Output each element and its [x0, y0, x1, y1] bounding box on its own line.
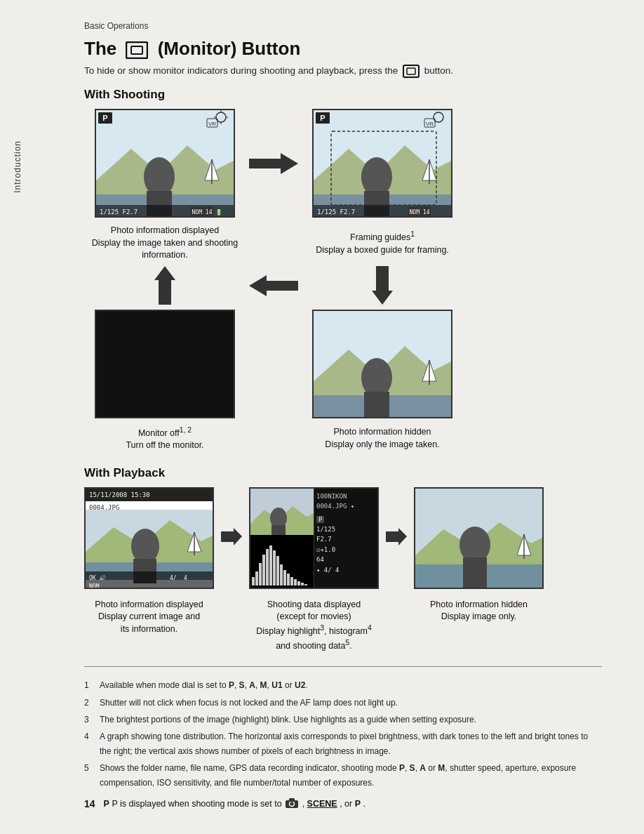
svg-rect-77 — [262, 555, 265, 585]
svg-marker-44 — [249, 275, 298, 296]
svg-rect-85 — [290, 577, 293, 585]
svg-text:NOM 14: NOM 14 — [410, 209, 430, 216]
pb-caption-mid: Shooting data displayed (except for movi… — [249, 599, 379, 652]
intro-paragraph: To hide or show monitor indicators durin… — [84, 64, 602, 78]
playback-heading: With Playback — [84, 466, 602, 480]
svg-text:4: 4 — [184, 575, 187, 581]
arrow-up — [154, 265, 175, 307]
footnote-1: 1 Available when mode dial is set to P, … — [84, 678, 602, 692]
bottom-note: 14 P P is displayed when shooting mode i… — [84, 798, 602, 810]
title-row: The (Monitor) Button — [84, 38, 602, 60]
sidebar-label: Introduction — [13, 140, 22, 193]
svg-marker-43 — [154, 266, 175, 305]
shooting-section: With Shooting — [84, 88, 602, 452]
playback-section: With Playback 15/11/2008 15:30 0004.JPG — [84, 466, 602, 652]
cam-bottom-right — [312, 310, 452, 418]
camera-icon — [286, 798, 298, 810]
svg-text:VR: VR — [426, 121, 434, 127]
arrow-left-mid — [249, 265, 298, 307]
svg-rect-2 — [403, 65, 419, 77]
svg-text:1/125  F2.7: 1/125 F2.7 — [100, 208, 137, 216]
svg-rect-95 — [463, 557, 487, 589]
pb-cam-right — [414, 487, 544, 589]
svg-rect-89 — [304, 584, 307, 585]
svg-text:NOM 14: NOM 14 — [192, 209, 213, 216]
svg-rect-81 — [276, 556, 279, 585]
svg-point-7 — [144, 157, 175, 197]
svg-marker-68 — [221, 528, 242, 545]
svg-rect-76 — [259, 563, 262, 585]
footnote-3: 3 The brightest portions of the image (h… — [84, 713, 602, 727]
svg-rect-3 — [407, 68, 415, 74]
svg-marker-25 — [249, 153, 298, 174]
pb-caption-right: Photo information hidden Display image o… — [414, 599, 544, 652]
footnote-4: 4 A graph showing tone distribution. The… — [84, 729, 602, 758]
svg-text:🔋: 🔋 — [215, 208, 222, 216]
svg-point-29 — [361, 157, 392, 197]
svg-rect-78 — [266, 549, 269, 585]
cam-top-right: P VR 1/125 F2.7 NOM 14 — [312, 109, 452, 218]
footnotes-section: 1 Available when mode dial is set to P, … — [84, 678, 602, 790]
footnote-5: 5 Shows the folder name, file name, GPS … — [84, 761, 602, 790]
arrow-right-top — [249, 153, 298, 174]
section-label: Basic Operations — [84, 21, 602, 31]
pb-cam-left: 15/11/2008 15:30 0004.JPG OK 🔊 NO — [84, 487, 214, 589]
svg-rect-50 — [364, 392, 389, 418]
svg-text:NOM: NOM — [89, 583, 100, 589]
page-number-label: 14 — [84, 798, 95, 809]
monitor-inline-icon — [403, 65, 420, 78]
svg-rect-86 — [294, 579, 297, 585]
monitor-button-icon — [126, 41, 148, 59]
arrow-down — [372, 265, 393, 307]
pb-arrow-right-1 — [221, 528, 242, 548]
page-title: The (Monitor) Button — [84, 38, 300, 60]
svg-point-59 — [131, 529, 159, 564]
svg-text:P: P — [102, 114, 107, 122]
svg-rect-84 — [287, 574, 290, 585]
svg-text:4/: 4/ — [170, 575, 177, 581]
footnote-2: 2 Shutter will not click when focus is n… — [84, 696, 602, 710]
svg-rect-1 — [131, 46, 142, 54]
svg-rect-87 — [297, 581, 300, 585]
svg-rect-80 — [273, 550, 276, 585]
svg-text:P: P — [320, 114, 325, 122]
svg-rect-79 — [269, 545, 272, 585]
shooting-heading: With Shooting — [84, 88, 602, 102]
svg-text:VR: VR — [208, 121, 216, 127]
svg-rect-100 — [289, 798, 295, 802]
caption-bottom-right: Photo information hidden Display only th… — [325, 426, 439, 451]
caption-top-left: Photo information displayed Display the … — [92, 225, 238, 262]
pb-caption-left: Photo information displayed Display curr… — [84, 599, 214, 652]
svg-point-49 — [361, 358, 392, 397]
cam-bottom-left — [95, 310, 235, 418]
cam-top-left: P 1/125 F2.7 NOM 14 🔋 — [95, 109, 235, 218]
pb-cam-mid: 100NIKON 0004.JPG ✦ P 1/125 F2.7 ☑+1.0 6… — [249, 487, 379, 589]
svg-rect-0 — [126, 42, 147, 58]
svg-marker-90 — [386, 528, 407, 545]
caption-bottom-left: Monitor off1, 2 Turn off the monitor. — [126, 425, 203, 452]
svg-text:15/11/2008 15:30: 15/11/2008 15:30 — [89, 491, 150, 498]
svg-rect-88 — [301, 583, 304, 585]
svg-text:1/125  F2.7: 1/125 F2.7 — [317, 208, 355, 216]
svg-rect-75 — [255, 571, 258, 585]
caption-top-right: Framing guides1 Display a boxed guide fo… — [316, 230, 449, 256]
svg-text:OK 🔊: OK 🔊 — [89, 574, 106, 581]
svg-rect-72 — [271, 525, 286, 535]
svg-rect-74 — [252, 577, 255, 585]
svg-marker-45 — [372, 266, 393, 305]
svg-rect-83 — [283, 570, 286, 585]
divider — [84, 666, 602, 667]
pb-arrow-right-2 — [386, 528, 407, 548]
page-container: Introduction Basic Operations The (Monit… — [0, 0, 644, 834]
svg-rect-82 — [280, 564, 283, 585]
